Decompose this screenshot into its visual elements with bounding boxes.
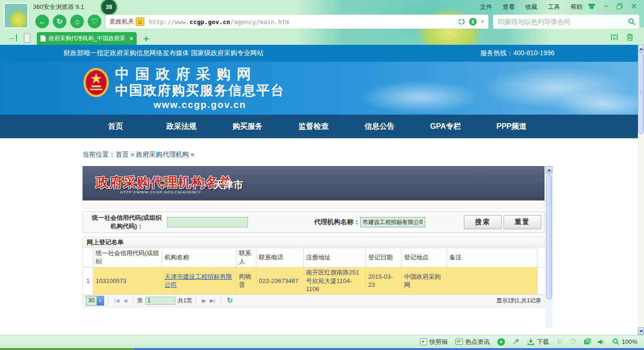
col-filler	[537, 248, 545, 267]
taskbar-segment	[0, 348, 134, 350]
speed-mode-icon[interactable]: 6	[469, 18, 477, 25]
menu-file[interactable]: 文件	[480, 3, 492, 11]
col-place: 登记地点	[402, 248, 447, 267]
nav-supervision[interactable]: 监督检查	[281, 115, 347, 138]
cell-agency-name: 天津市建设工程招标有限公司	[162, 267, 237, 295]
window-controls: − ×	[587, 2, 636, 10]
restore-button[interactable]	[617, 3, 623, 9]
nav-regulations[interactable]: 政采法规	[149, 115, 215, 138]
search-box	[493, 15, 639, 29]
home-button[interactable]: ⌂	[70, 15, 84, 28]
credit-code-input[interactable]	[167, 217, 248, 227]
nav-announcements[interactable]: 信息公告	[347, 115, 413, 138]
page-number-input[interactable]	[145, 297, 175, 305]
skin-icon[interactable]	[587, 3, 596, 9]
restore-tabs-icon[interactable]	[610, 33, 619, 41]
col-address: 注册地址	[304, 248, 366, 267]
address-bar[interactable]: 党政机关 证 http://www.ccgp.gov.cn/agency/mai…	[106, 15, 488, 29]
col-phone: 联系电话	[256, 248, 304, 267]
last-page-button[interactable]: ▶|	[210, 298, 215, 304]
tab-active[interactable]: 政府采购代理机构_中国政府采 ×	[37, 32, 137, 45]
menu-help[interactable]: 帮助	[570, 3, 583, 11]
accelerator-ball-icon[interactable]: +	[497, 338, 505, 346]
menu-favorites[interactable]: 收藏	[525, 3, 537, 11]
menu-view[interactable]: 查看	[503, 3, 515, 11]
table-header-row: 统一社会信用代码(或组织 机构名称 联系人 联系电话 注册地址 登记日期 登记地…	[83, 248, 545, 267]
titlebar: 360安全浏览器 9.1 38 文件 查看 收藏 工具 帮助 − ×	[0, 0, 644, 13]
search-icon[interactable]	[628, 18, 636, 25]
agency-name-input[interactable]	[360, 217, 425, 227]
speaker-icon[interactable]	[597, 339, 605, 345]
menu-bar: 文件 查看 收藏 工具 帮助	[480, 3, 583, 11]
close-button[interactable]: ×	[631, 2, 636, 10]
nav-gpa[interactable]: GPA专栏	[413, 115, 479, 138]
back-button[interactable]: ←	[35, 15, 49, 28]
menu-tools[interactable]: 工具	[548, 3, 560, 11]
cell-credit-code: 103100573	[93, 267, 162, 295]
favorite-button[interactable]: ♡	[88, 15, 101, 28]
certificate-badge-icon[interactable]: 证	[136, 17, 144, 26]
first-page-button[interactable]: |◀	[114, 298, 119, 304]
chevron-down-icon[interactable]: ▼	[480, 19, 485, 24]
site-slogan: 财政部唯一指定政府采购信息网络发布媒体 国家级政府采购专业网站	[64, 49, 264, 58]
hot-news-item[interactable]: 热点资讯	[455, 338, 490, 346]
main-scrollbar[interactable]	[638, 45, 644, 335]
site-title-block[interactable]: 中国政府采购网 中国政府购买服务信息平台 www.ccgp.gov.cn	[115, 66, 285, 111]
page-size-select[interactable]: 30 ▼	[86, 296, 104, 306]
cell-date: 2015-03-23	[366, 267, 402, 295]
tab-title: 政府采购代理机构_中国政府采	[49, 34, 126, 42]
agency-list-banner: 政府采购代理机构名单 天津市 HTTP://WWW.CCGP.GOV.CN/AG…	[83, 166, 545, 200]
reset-button[interactable]: 重置	[504, 215, 541, 229]
zoom-item[interactable]: 100%	[612, 338, 637, 345]
credit-code-label: 统一社会信用代码(或组织 机构代码)：	[87, 214, 167, 230]
content-column: 政府采购代理机构名单 天津市 HTTP://WWW.CCGP.GOV.CN/AG…	[83, 166, 545, 307]
inner-scroll-up-button[interactable]	[545, 166, 553, 174]
col-credit-code: 统一社会信用代码(或组织	[93, 248, 162, 267]
inner-scrollbar[interactable]	[545, 166, 553, 328]
cloud-decoration	[358, 81, 481, 114]
col-index	[83, 248, 93, 267]
taskbar-sliver	[0, 348, 644, 350]
trash-icon[interactable]	[626, 33, 634, 41]
new-tab-button[interactable]: ＋	[141, 32, 151, 45]
addressbar-actions: 6 ▼	[458, 18, 485, 25]
search-input[interactable]	[497, 17, 628, 26]
pin-icon[interactable]	[512, 338, 520, 345]
inner-scrollbar-thumb[interactable]	[546, 175, 552, 300]
snapshot-icon[interactable]	[458, 18, 465, 25]
reload-list-icon[interactable]: ↻	[227, 296, 233, 305]
site-title: 中国政府采购网	[115, 66, 285, 83]
heart-icon[interactable]: ♡	[570, 338, 576, 346]
scrollbar-thumb[interactable]	[638, 53, 644, 134]
window-title: 360安全浏览器 9.1	[33, 3, 84, 11]
flag-icon[interactable]: ⚐	[557, 338, 563, 346]
minimize-button[interactable]: −	[604, 2, 609, 10]
zoom-magnifier-icon	[612, 338, 619, 345]
site-subtitle: 中国政府购买服务信息平台	[115, 83, 285, 99]
zoom-level: 100%	[622, 338, 637, 345]
agency-link[interactable]: 天津市建设工程招标有限公司	[165, 273, 232, 289]
search-button[interactable]: 搜索	[464, 215, 502, 229]
next-page-button[interactable]: ▶	[202, 298, 206, 304]
nav-home[interactable]: 首页	[83, 115, 149, 138]
sidebar-toggle-icon[interactable]: →	[8, 33, 15, 42]
scroll-down-button[interactable]	[638, 327, 644, 335]
refresh-button[interactable]: ↻	[53, 15, 66, 28]
download-item[interactable]: 下载	[527, 338, 549, 346]
mobile-icon[interactable]	[24, 33, 31, 43]
url-text[interactable]: http://www.ccgp.gov.cn/agency/main.htm	[149, 18, 289, 25]
nav-purchase-services[interactable]: 购买服务	[215, 115, 281, 138]
boards-icon[interactable]	[584, 340, 590, 344]
tab-bar: → 政府采购代理机构_中国政府采 × ＋	[0, 31, 644, 45]
agency-name-label: 代理机构名称：	[314, 218, 360, 226]
quick-edit-item[interactable]: 快剪辑	[420, 338, 448, 346]
nav-ppp[interactable]: PPP频道	[479, 115, 545, 138]
col-agency-name: 机构名称	[162, 248, 237, 267]
prev-page-button[interactable]: ◀	[123, 298, 127, 304]
tab-close-icon[interactable]: ×	[129, 35, 133, 42]
select-caret-icon[interactable]: ▼	[97, 296, 104, 305]
tabbar-right-actions	[610, 33, 634, 41]
table-row[interactable]: 1 103100573 天津市建设工程招标有限公司 阎晓普 022-236734…	[83, 267, 545, 295]
scroll-up-button[interactable]	[638, 45, 644, 52]
breadcrumb[interactable]: 当前位置：首页 » 政府采购代理机构 »	[83, 150, 194, 159]
